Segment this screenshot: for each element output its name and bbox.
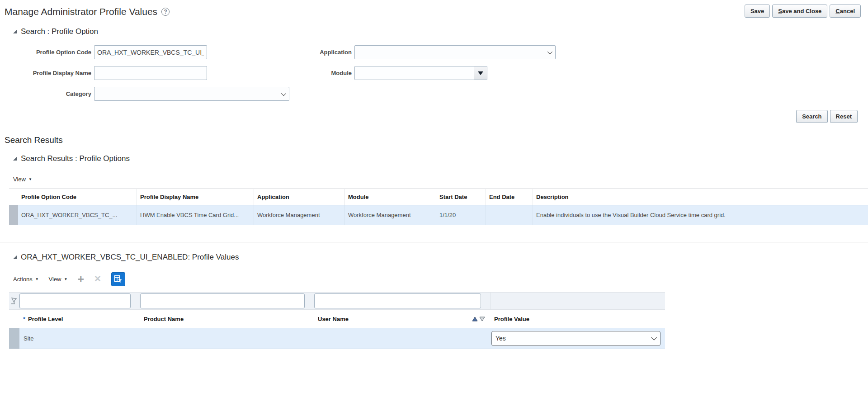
category-select[interactable] [94, 87, 289, 101]
category-label: Category [13, 90, 94, 97]
chevron-down-icon [547, 49, 552, 54]
cell-end-date [486, 205, 533, 225]
chevron-down-icon [651, 335, 657, 341]
module-dropdown-button[interactable] [474, 66, 487, 80]
required-icon: * [23, 316, 25, 322]
bottom-divider [0, 367, 868, 367]
view-menu-label: View [13, 176, 26, 183]
reset-button[interactable]: Reset [830, 110, 858, 123]
search-results-heading: Search Results [5, 135, 868, 145]
caret-down-icon: ▼ [28, 177, 32, 181]
filter-input-profile-level[interactable] [19, 293, 131, 308]
query-by-example-icon [113, 274, 123, 284]
cell-description: Enable individuals to use the Visual Bui… [533, 205, 868, 225]
actions-menu[interactable]: Actions ▼ [13, 276, 39, 283]
filter-input-user-name[interactable] [314, 293, 481, 308]
page-header: Manage Administrator Profile Values ? Sa… [0, 0, 868, 22]
caret-down-icon: ▼ [35, 277, 39, 281]
profile-display-name-input[interactable] [94, 66, 207, 80]
profile-value-select[interactable]: Yes [491, 331, 660, 346]
table-row[interactable]: ORA_HXT_WORKER_VBCS_TC_... HWM Enable VB… [9, 205, 868, 225]
sort-icons [472, 317, 485, 322]
column-header-user-name[interactable]: User Name [314, 316, 491, 322]
filter-funnel-icon[interactable] [11, 298, 17, 304]
column-header-profile-value[interactable]: Profile Value [491, 316, 665, 322]
results-section-title: Search Results : Profile Options [21, 154, 130, 163]
sort-descending-icon[interactable] [479, 317, 485, 322]
column-header-profile-option-code[interactable]: Profile Option Code [18, 189, 137, 205]
section-divider [0, 242, 868, 242]
application-select[interactable] [354, 45, 556, 59]
cell-profile-level: Site [19, 335, 140, 342]
column-header-profile-level[interactable]: * Profile Level [19, 316, 140, 322]
cell-start-date: 1/1/20 [436, 205, 486, 225]
chevron-down-icon [281, 90, 286, 95]
row-selector[interactable] [9, 328, 19, 349]
results-table-header: Profile Option Code Profile Display Name… [9, 189, 868, 205]
user-name-label: User Name [318, 316, 349, 322]
results-menu-bar: View ▼ [13, 176, 868, 183]
column-header-end-date[interactable]: End Date [486, 189, 533, 205]
search-section-header[interactable]: Search : Profile Option [13, 27, 868, 36]
profile-level-label: Profile Level [28, 316, 63, 322]
search-section-title: Search : Profile Option [21, 27, 98, 36]
help-icon[interactable]: ? [161, 8, 170, 16]
column-header-application[interactable]: Application [254, 189, 345, 205]
profile-option-code-label: Profile Option Code [13, 49, 94, 56]
module-label: Module [300, 70, 354, 76]
table-row[interactable]: Site Yes [9, 328, 665, 349]
view-menu-label: View [49, 276, 61, 283]
profile-display-name-label: Profile Display Name [13, 70, 94, 76]
column-header-product-name[interactable]: Product Name [140, 316, 314, 322]
column-header-description[interactable]: Description [533, 189, 868, 205]
sort-ascending-icon[interactable] [472, 317, 478, 322]
filter-row [9, 292, 665, 310]
search-section: Search : Profile Option Profile Option C… [13, 27, 868, 101]
column-header-module[interactable]: Module [345, 189, 436, 205]
cancel-button[interactable]: Cancel [830, 5, 861, 18]
collapse-triangle-icon [13, 255, 17, 259]
save-and-close-button[interactable]: Save and Close [772, 5, 827, 18]
search-actions: Search Reset [0, 110, 858, 123]
cell-profile-display-name: HWM Enable VBCS Time Card Grid... [137, 205, 254, 225]
profile-values-section-header[interactable]: ORA_HXT_WORKER_VBCS_TC_UI_ENABLED: Profi… [13, 253, 868, 262]
search-form: Profile Option Code Application Profile … [13, 45, 868, 101]
cell-module: Workforce Management [345, 205, 436, 225]
results-table: Profile Option Code Profile Display Name… [9, 189, 868, 225]
add-row-icon[interactable]: + [77, 274, 84, 284]
profile-values-table: * Profile Level Product Name User Name P… [9, 292, 665, 349]
page-title: Manage Administrator Profile Values [5, 6, 157, 17]
row-selector[interactable] [9, 205, 18, 225]
search-button[interactable]: Search [796, 110, 827, 123]
application-label: Application [300, 49, 354, 56]
module-input[interactable] [354, 66, 474, 80]
triangle-down-icon [478, 71, 483, 75]
profile-option-code-input[interactable] [94, 45, 207, 59]
actions-menu-label: Actions [13, 276, 33, 283]
view-menu[interactable]: View ▼ [49, 276, 68, 283]
cell-application: Workforce Management [254, 205, 345, 225]
results-view-menu[interactable]: View ▼ [13, 176, 32, 183]
cell-profile-option-code: ORA_HXT_WORKER_VBCS_TC_... [18, 205, 137, 225]
profile-values-header: * Profile Level Product Name User Name P… [9, 310, 665, 328]
query-by-example-button[interactable] [111, 272, 125, 286]
profile-values-toolbar: Actions ▼ View ▼ + ✕ [13, 272, 868, 286]
column-header-profile-display-name[interactable]: Profile Display Name [137, 189, 254, 205]
column-header-start-date[interactable]: Start Date [436, 189, 486, 205]
collapse-triangle-icon [13, 156, 17, 161]
profile-values-title: ORA_HXT_WORKER_VBCS_TC_UI_ENABLED: Profi… [21, 253, 239, 262]
profile-value-selected: Yes [495, 335, 506, 342]
save-button[interactable]: Save [745, 5, 770, 18]
module-combobox [354, 66, 562, 80]
delete-row-icon[interactable]: ✕ [94, 274, 101, 284]
caret-down-icon: ▼ [64, 277, 68, 281]
header-buttons: Save Save and Close Cancel [745, 5, 861, 18]
results-section-header[interactable]: Search Results : Profile Options [13, 154, 868, 163]
filter-input-product-name[interactable] [140, 293, 305, 308]
collapse-triangle-icon [13, 29, 17, 33]
